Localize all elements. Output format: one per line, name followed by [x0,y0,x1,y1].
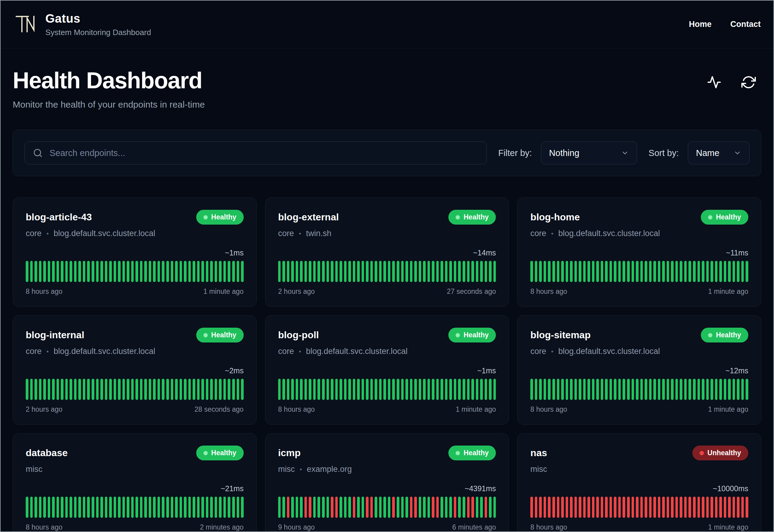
uptime-bar[interactable] [348,379,351,400]
uptime-bar[interactable] [166,497,169,518]
uptime-bar[interactable] [291,497,294,518]
uptime-bar[interactable] [78,379,81,400]
uptime-bar[interactable] [485,261,487,282]
uptime-bar[interactable] [579,379,581,400]
downtime-bar[interactable] [627,497,630,518]
activity-icon[interactable] [707,75,721,89]
uptime-bar[interactable] [26,497,28,518]
uptime-bar[interactable] [83,497,86,518]
downtime-bar[interactable] [741,497,744,518]
uptime-bar[interactable] [579,261,581,282]
uptime-bar[interactable] [715,379,718,400]
uptime-bar[interactable] [228,497,230,518]
uptime-bar[interactable] [653,261,656,282]
uptime-bar[interactable] [74,261,77,282]
uptime-bar[interactable] [370,261,373,282]
uptime-bar[interactable] [78,261,81,282]
uptime-bar[interactable] [340,261,342,282]
downtime-bar[interactable] [688,497,691,518]
uptime-bar[interactable] [206,379,209,400]
uptime-bar[interactable] [649,379,652,400]
downtime-bar[interactable] [623,497,625,518]
uptime-bar[interactable] [282,261,285,282]
uptime-bar[interactable] [114,261,116,282]
uptime-bar[interactable] [228,379,230,400]
uptime-bar[interactable] [87,379,90,400]
uptime-bar[interactable] [87,261,90,282]
uptime-bar[interactable] [43,497,46,518]
downtime-bar[interactable] [544,497,546,518]
downtime-bar[interactable] [737,497,740,518]
uptime-bar[interactable] [70,379,72,400]
uptime-bar[interactable] [34,379,37,400]
uptime-bar[interactable] [232,497,235,518]
uptime-bar[interactable] [30,261,33,282]
uptime-bar[interactable] [357,497,360,518]
downtime-bar[interactable] [548,497,551,518]
uptime-bar[interactable] [684,379,687,400]
uptime-bar[interactable] [180,261,182,282]
uptime-bar[interactable] [52,379,55,400]
uptime-bar[interactable] [719,261,722,282]
uptime-bar[interactable] [184,261,187,282]
uptime-bar[interactable] [357,379,360,400]
uptime-bar[interactable] [436,379,439,400]
uptime-bar[interactable] [175,261,178,282]
uptime-bar[interactable] [304,379,307,400]
endpoint-card[interactable]: database Healthy misc ~21ms 8 hours ago … [13,433,257,532]
uptime-bar[interactable] [379,497,382,518]
downtime-bar[interactable] [366,497,369,518]
uptime-bar[interactable] [296,261,298,282]
downtime-bar[interactable] [530,497,533,518]
uptime-bar[interactable] [632,379,634,400]
downtime-bar[interactable] [539,497,542,518]
downtime-bar[interactable] [605,497,608,518]
downtime-bar[interactable] [693,497,696,518]
downtime-bar[interactable] [566,497,568,518]
uptime-bar[interactable] [610,379,612,400]
uptime-bar[interactable] [592,261,595,282]
uptime-bar[interactable] [561,379,564,400]
uptime-bar[interactable] [489,261,492,282]
downtime-bar[interactable] [711,497,713,518]
uptime-bar[interactable] [61,379,63,400]
uptime-bar[interactable] [153,497,156,518]
uptime-bar[interactable] [458,261,461,282]
uptime-bar[interactable] [215,379,217,400]
uptime-bar[interactable] [237,497,239,518]
uptime-bar[interactable] [201,379,204,400]
endpoint-card[interactable]: blog-internal Healthy core • blog.defaul… [13,315,257,425]
uptime-bar[interactable] [144,497,147,518]
downtime-bar[interactable] [454,497,457,518]
uptime-bar[interactable] [423,379,426,400]
endpoint-card[interactable]: nas Unhealthy misc ~10000ms 8 hours ago … [517,433,761,532]
downtime-bar[interactable] [485,497,487,518]
downtime-bar[interactable] [601,497,603,518]
uptime-bar[interactable] [574,379,577,400]
uptime-bar[interactable] [83,261,86,282]
uptime-bar[interactable] [131,497,134,518]
endpoint-card[interactable]: icmp Healthy misc • example.org ~4391ms … [265,433,509,532]
uptime-bar[interactable] [552,261,555,282]
downtime-bar[interactable] [414,497,417,518]
uptime-bar[interactable] [445,379,448,400]
uptime-bar[interactable] [489,497,492,518]
uptime-bar[interactable] [449,379,452,400]
uptime-bar[interactable] [70,497,72,518]
downtime-bar[interactable] [410,497,413,518]
uptime-bar[interactable] [706,261,709,282]
uptime-bar[interactable] [131,261,134,282]
uptime-bar[interactable] [140,497,143,518]
uptime-bar[interactable] [627,379,630,400]
uptime-bar[interactable] [362,497,364,518]
uptime-bar[interactable] [702,379,704,400]
uptime-bar[interactable] [432,261,434,282]
uptime-bar[interactable] [379,261,382,282]
uptime-bar[interactable] [26,261,28,282]
uptime-bar[interactable] [627,261,630,282]
downtime-bar[interactable] [392,497,395,518]
uptime-bar[interactable] [719,379,722,400]
uptime-bar[interactable] [348,261,351,282]
uptime-bar[interactable] [92,497,94,518]
uptime-bar[interactable] [401,379,404,400]
